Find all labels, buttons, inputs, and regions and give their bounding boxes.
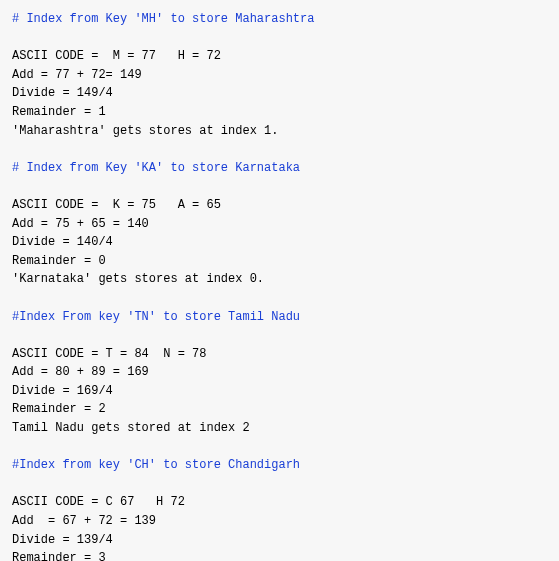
code-line: ASCII CODE = K = 75 A = 65 — [12, 198, 221, 212]
code-line: Remainder = 2 — [12, 402, 106, 416]
comment-ch: #Index from key 'CH' to store Chandigarh — [12, 458, 300, 472]
code-line: ASCII CODE = C 67 H 72 — [12, 495, 185, 509]
code-line: 'Maharashtra' gets stores at index 1. — [12, 124, 278, 138]
code-line: 'Karnataka' gets stores at index 0. — [12, 272, 264, 286]
code-line: Divide = 140/4 — [12, 235, 113, 249]
comment-tn: #Index From key 'TN' to store Tamil Nadu — [12, 310, 300, 324]
code-line: ASCII CODE = T = 84 N = 78 — [12, 347, 206, 361]
code-line: Add = 77 + 72= 149 — [12, 68, 142, 82]
code-line: Remainder = 1 — [12, 105, 106, 119]
code-line: Divide = 139/4 — [12, 533, 113, 547]
code-line: Divide = 149/4 — [12, 86, 113, 100]
comment-ka: # Index from Key 'KA' to store Karnataka — [12, 161, 300, 175]
comment-mh: # Index from Key 'MH' to store Maharasht… — [12, 12, 314, 26]
code-line: Add = 80 + 89 = 169 — [12, 365, 149, 379]
code-line: Remainder = 0 — [12, 254, 106, 268]
code-line: ASCII CODE = M = 77 H = 72 — [12, 49, 221, 63]
code-line: Add = 67 + 72 = 139 — [12, 514, 156, 528]
code-line: Tamil Nadu gets stored at index 2 — [12, 421, 250, 435]
code-line: Remainder = 3 — [12, 551, 106, 561]
code-line: Add = 75 + 65 = 140 — [12, 217, 149, 231]
code-line: Divide = 169/4 — [12, 384, 113, 398]
code-block: # Index from Key 'MH' to store Maharasht… — [0, 0, 559, 561]
